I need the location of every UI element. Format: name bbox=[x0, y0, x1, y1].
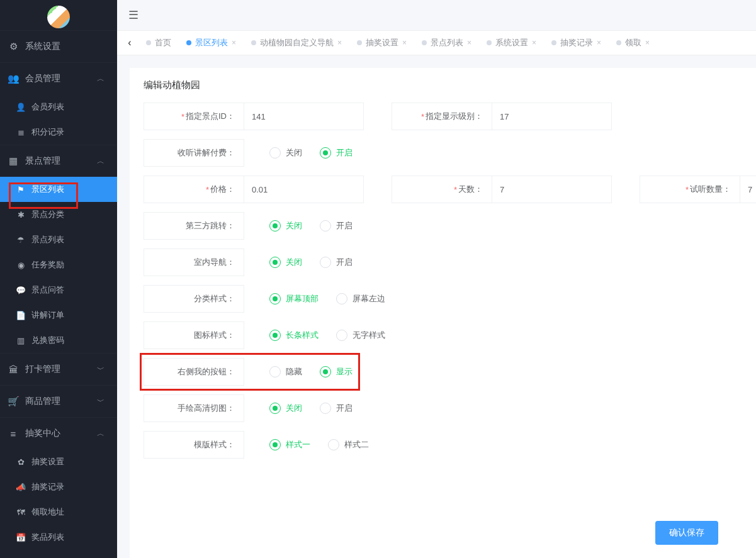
radio-option[interactable]: 关闭 bbox=[269, 403, 302, 414]
radio-option[interactable]: 屏幕顶部 bbox=[269, 293, 319, 304]
menu-item-icon: ✿ bbox=[14, 457, 28, 467]
radio-option[interactable]: 长条样式 bbox=[269, 330, 319, 341]
tab-close-icon[interactable]: × bbox=[232, 38, 236, 47]
radio-option[interactable]: 屏幕左边 bbox=[336, 293, 385, 304]
radio-option[interactable]: 样式二 bbox=[328, 439, 369, 450]
tabs-scroll-left-icon[interactable]: ‹ bbox=[123, 37, 136, 48]
radio-option[interactable]: 开启 bbox=[320, 220, 353, 232]
radio-option[interactable]: 隐藏 bbox=[269, 366, 302, 377]
menu-item-label: 会员列表 bbox=[31, 101, 64, 113]
radio-label: 样式一 bbox=[286, 439, 310, 450]
sidebar-item[interactable]: 🗺领取地址 bbox=[0, 499, 117, 525]
sidebar-item[interactable]: ⚑景区列表 bbox=[0, 177, 117, 202]
menu-label: 抽奖中心 bbox=[25, 428, 97, 439]
sidebar-group[interactable]: ≡抽奖中心︿ bbox=[0, 418, 117, 449]
radio-label: 开启 bbox=[336, 403, 353, 414]
radio-label: 关闭 bbox=[286, 147, 302, 159]
tab-close-icon[interactable]: × bbox=[467, 38, 471, 47]
sidebar-item[interactable]: ≣积分记录 bbox=[0, 120, 117, 145]
text-input[interactable] bbox=[500, 112, 604, 121]
radio-group: 关闭开启 bbox=[269, 139, 353, 167]
tab-dot-icon bbox=[251, 40, 256, 45]
tab[interactable]: 领取× bbox=[609, 30, 657, 55]
menu-item-icon: ⚑ bbox=[14, 185, 28, 194]
radio-group: 隐藏显示 bbox=[269, 358, 353, 386]
tab-close-icon[interactable]: × bbox=[597, 38, 601, 47]
tab-label: 首页 bbox=[155, 37, 171, 48]
radio-label: 开启 bbox=[336, 257, 353, 268]
text-input[interactable] bbox=[252, 112, 356, 121]
menu-item-label: 领取地址 bbox=[31, 506, 64, 518]
tab-dot-icon bbox=[616, 40, 621, 45]
radio-option[interactable]: 开启 bbox=[320, 403, 353, 414]
tab-close-icon[interactable]: × bbox=[337, 38, 342, 47]
radio-option[interactable]: 关闭 bbox=[269, 147, 302, 159]
sidebar-item[interactable]: ✿抽奖设置 bbox=[0, 449, 117, 474]
radio-circle-icon bbox=[320, 147, 331, 159]
tab[interactable]: 系统设置× bbox=[479, 30, 544, 55]
save-button[interactable]: 确认保存 bbox=[655, 521, 718, 545]
radio-label: 样式二 bbox=[344, 439, 369, 450]
tab[interactable]: 动植物园自定义导航× bbox=[244, 30, 349, 55]
input-wrapper bbox=[492, 176, 612, 203]
sidebar-group[interactable]: 👥会员管理︿ bbox=[0, 63, 117, 94]
tab[interactable]: 首页 bbox=[138, 30, 179, 55]
text-input[interactable] bbox=[252, 185, 356, 194]
sidebar-group[interactable]: 🛒商品管理﹀ bbox=[0, 386, 117, 417]
menu-item-label: 奖品列表 bbox=[31, 532, 64, 543]
sidebar-item[interactable]: 📅奖品列表 bbox=[0, 525, 117, 550]
menu-item-icon: 📣 bbox=[14, 483, 28, 492]
menu-icon: ▦ bbox=[6, 155, 20, 167]
sidebar-item[interactable]: ▥兑换密码 bbox=[0, 328, 117, 353]
text-input[interactable] bbox=[500, 185, 604, 194]
tab-dot-icon bbox=[487, 40, 492, 45]
sidebar-item[interactable]: 📄讲解订单 bbox=[0, 303, 117, 328]
radio-option[interactable]: 显示 bbox=[320, 366, 353, 377]
tab-label: 抽奖记录 bbox=[560, 37, 593, 48]
tab[interactable]: 景区列表× bbox=[179, 30, 244, 55]
radio-circle-icon bbox=[269, 293, 281, 304]
tab-dot-icon bbox=[422, 40, 427, 45]
menu-item-icon: 💬 bbox=[14, 286, 28, 295]
radio-option[interactable]: 样式一 bbox=[269, 439, 310, 450]
field-label: *天数： bbox=[392, 176, 492, 203]
radio-option[interactable]: 关闭 bbox=[269, 220, 302, 232]
tab[interactable]: 抽奖设置× bbox=[349, 30, 414, 55]
sidebar-item[interactable]: ☂景点列表 bbox=[0, 227, 117, 252]
tab-dot-icon bbox=[551, 40, 556, 45]
text-input[interactable] bbox=[748, 185, 756, 194]
main: ☰ ‹ 首页景区列表×动植物园自定义导航×抽奖设置×景点列表×系统设置×抽奖记录… bbox=[117, 0, 756, 558]
menu-icon: ⚙ bbox=[6, 41, 20, 52]
radio-circle-icon bbox=[269, 439, 281, 450]
sidebar-group[interactable]: ▦景点管理︿ bbox=[0, 145, 117, 177]
tab-close-icon[interactable]: × bbox=[645, 38, 650, 47]
radio-option[interactable]: 开启 bbox=[320, 147, 353, 159]
sidebar-item[interactable]: ◉任务奖励 bbox=[0, 252, 117, 277]
chevron-icon: ﹀ bbox=[97, 364, 104, 375]
menu-item-icon: 📅 bbox=[14, 533, 28, 542]
sidebar-item[interactable]: 👤会员列表 bbox=[0, 94, 117, 120]
tab[interactable]: 景点列表× bbox=[414, 30, 479, 55]
radio-option[interactable]: 关闭 bbox=[269, 257, 302, 268]
radio-option[interactable]: 无字样式 bbox=[336, 330, 385, 341]
sidebar-item[interactable]: 💬景点问答 bbox=[0, 277, 117, 303]
sidebar-item[interactable]: 📣抽奖记录 bbox=[0, 474, 117, 499]
sidebar-item[interactable]: ✱景点分类 bbox=[0, 202, 117, 227]
tab-label: 动植物园自定义导航 bbox=[260, 37, 334, 48]
chevron-icon: ︿ bbox=[97, 74, 104, 84]
radio-option[interactable]: 开启 bbox=[320, 257, 353, 268]
menu-item-label: 兑换密码 bbox=[31, 335, 64, 346]
tab-close-icon[interactable]: × bbox=[402, 38, 407, 47]
menu-label: 会员管理 bbox=[25, 73, 97, 84]
menu-item-label: 景点列表 bbox=[31, 234, 64, 245]
tab-close-icon[interactable]: × bbox=[532, 38, 536, 47]
menu-icon: 👥 bbox=[6, 73, 20, 84]
radio-circle-icon bbox=[320, 220, 331, 232]
tab[interactable]: 抽奖记录× bbox=[544, 30, 609, 55]
sidebar-group[interactable]: ⚙系统设置 bbox=[0, 31, 117, 62]
field-label: 室内导航： bbox=[144, 248, 244, 276]
menu-toggle-icon[interactable]: ☰ bbox=[128, 8, 138, 22]
radio-label: 关闭 bbox=[286, 403, 302, 414]
sidebar: ⚙系统设置👥会员管理︿👤会员列表≣积分记录▦景点管理︿⚑景区列表✱景点分类☂景点… bbox=[0, 0, 117, 558]
sidebar-group[interactable]: 🏛打卡管理﹀ bbox=[0, 354, 117, 385]
